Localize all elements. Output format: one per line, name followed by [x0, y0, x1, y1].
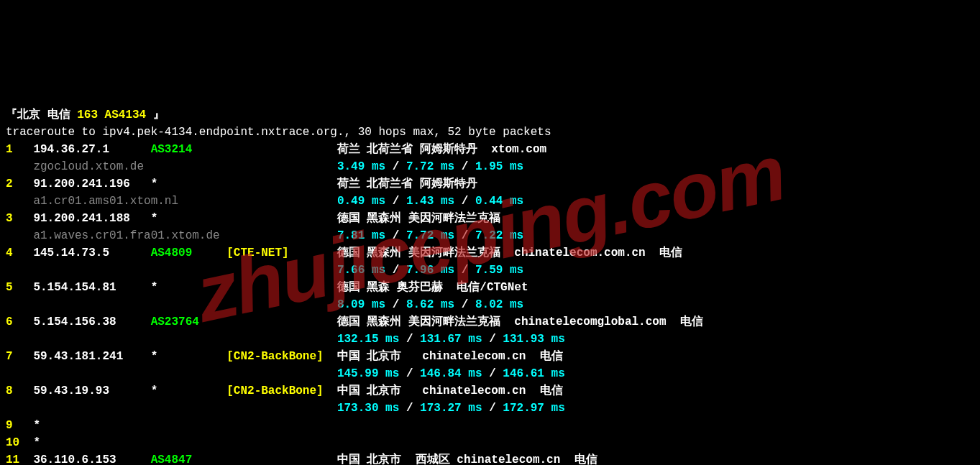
- hop-latency: 8.02 ms: [475, 298, 523, 311]
- latency-separator: /: [399, 367, 420, 380]
- hop-network: [CN2-BackBone]: [226, 382, 337, 400]
- hop-number: 3: [6, 210, 33, 227]
- hop-detail-row: 132.15 ms / 131.67 ms / 131.93 ms: [6, 331, 974, 348]
- latency-separator: /: [454, 160, 475, 173]
- header-line: 『北京 电信 163 AS4134 』: [6, 106, 974, 124]
- hop-row: 10*: [6, 434, 974, 451]
- hop-asn: *: [151, 382, 227, 400]
- hop-latency: 7.22 ms: [475, 229, 523, 242]
- hop-latency: 131.67 ms: [420, 333, 482, 346]
- hop-latency: 1.95 ms: [475, 160, 523, 173]
- latency-separator: /: [454, 229, 475, 242]
- latency-separator: /: [385, 298, 406, 311]
- header-asn: 163 AS4134: [77, 109, 153, 121]
- hop-asn: AS4809: [151, 244, 227, 262]
- hop-network: [CN2-BackBone]: [226, 348, 337, 365]
- hop-hostname: a1.cr01.ams01.xtom.nl: [33, 193, 336, 210]
- hop-number: 7: [6, 348, 33, 365]
- latency-separator: /: [454, 298, 475, 311]
- hop-detail-row: 7.66 ms / 7.96 ms / 7.59 ms: [6, 262, 974, 279]
- hop-location: 中国 北京市 chinatelecom.cn 电信: [337, 385, 563, 397]
- hop-location: 荷兰 北荷兰省 阿姆斯特丹 xtom.com: [337, 143, 546, 156]
- hop-latency: 7.96 ms: [406, 264, 454, 277]
- hop-latency: 172.97 ms: [503, 402, 564, 415]
- latency-separator: /: [385, 160, 406, 173]
- hop-asn: *: [151, 348, 227, 365]
- hop-ip: 145.14.73.5: [33, 244, 144, 262]
- hop-number: 10: [6, 434, 33, 451]
- traceroute-command: traceroute to ipv4.pek-4134.endpoint.nxt…: [6, 124, 974, 141]
- hop-latency: 146.84 ms: [420, 367, 482, 380]
- hop-row: 9*: [6, 417, 974, 434]
- hop-number: 6: [6, 313, 33, 331]
- hop-detail-row: 173.30 ms / 173.27 ms / 172.97 ms: [6, 400, 974, 417]
- hop-row: 859.43.19.93 *[CN2-BackBone]中国 北京市 china…: [6, 382, 974, 400]
- latency-separator: /: [454, 195, 475, 208]
- hop-ip: 59.43.181.241: [33, 348, 144, 365]
- hop-latency: 7.66 ms: [337, 264, 385, 277]
- hop-detail-row: zgocloud.xtom.de3.49 ms / 7.72 ms / 1.95…: [6, 158, 974, 175]
- hop-latency: 7.81 ms: [337, 229, 385, 242]
- hop-location: 中国 北京市 chinatelecom.cn 电信: [337, 350, 563, 363]
- hop-location: 德国 黑森 奥芬巴赫 电信/CTGNet: [337, 281, 528, 294]
- hop-row: 759.43.181.241 *[CN2-BackBone]中国 北京市 chi…: [6, 348, 974, 365]
- hop-detail-row: a1.cr01.ams01.xtom.nl0.49 ms / 1.43 ms /…: [6, 193, 974, 210]
- hop-asn: AS4847: [151, 451, 227, 465]
- hop-ip: 5.154.156.38: [33, 313, 144, 331]
- hop-ip: 5.154.154.81: [33, 279, 144, 296]
- latency-separator: /: [454, 264, 475, 277]
- hop-location: 荷兰 北荷兰省 阿姆斯特丹: [337, 178, 477, 190]
- hop-latency: 173.30 ms: [337, 402, 399, 415]
- hop-ip-star: *: [33, 419, 40, 432]
- hop-detail-row: a1.waves.cr01.fra01.xtom.de7.81 ms / 7.7…: [6, 227, 974, 244]
- hop-row: 291.200.241.196 *荷兰 北荷兰省 阿姆斯特丹: [6, 175, 974, 193]
- hop-row: 1194.36.27.1 AS3214荷兰 北荷兰省 阿姆斯特丹 xtom.co…: [6, 141, 974, 158]
- hop-hostname: a1.waves.cr01.fra01.xtom.de: [33, 227, 336, 244]
- hop-number: 11: [6, 451, 33, 465]
- hop-latency: 0.49 ms: [337, 195, 385, 208]
- bracket-close: 』: [153, 109, 165, 121]
- hop-number: 1: [6, 141, 33, 158]
- hop-asn: AS3214: [151, 141, 227, 158]
- hop-number: 2: [6, 175, 33, 193]
- hop-latency: 173.27 ms: [420, 402, 482, 415]
- hop-ip: 91.200.241.196: [33, 175, 144, 193]
- header-location: 北京 电信: [17, 109, 77, 121]
- hop-location: 德国 黑森州 美因河畔法兰克福: [337, 212, 500, 225]
- bracket-open: 『: [6, 109, 17, 121]
- hop-asn: AS23764: [151, 313, 227, 331]
- hop-location: 德国 黑森州 美因河畔法兰克福 chinatelecom.com.cn 电信: [337, 247, 682, 259]
- hop-ip: 59.43.19.93: [33, 382, 144, 400]
- hop-row: 391.200.241.188 *德国 黑森州 美因河畔法兰克福: [6, 210, 974, 227]
- hop-asn: *: [151, 210, 227, 227]
- hop-row: 1136.110.6.153 AS4847中国 北京市 西城区 chinatel…: [6, 451, 974, 465]
- hop-ip-star: *: [33, 436, 40, 449]
- hop-location: 中国 北京市 西城区 chinatelecom.cn 电信: [337, 454, 597, 465]
- hop-number: 4: [6, 244, 33, 262]
- hop-row: 65.154.156.38 AS23764德国 黑森州 美因河畔法兰克福 chi…: [6, 313, 974, 331]
- hop-ip: 91.200.241.188: [33, 210, 144, 227]
- latency-separator: /: [399, 333, 420, 346]
- latency-separator: /: [399, 402, 420, 415]
- hop-detail-row: 8.09 ms / 8.62 ms / 8.02 ms: [6, 296, 974, 313]
- hop-latency: 132.15 ms: [337, 333, 399, 346]
- hop-location: 德国 黑森州 美因河畔法兰克福 chinatelecomglobal.com 电…: [337, 316, 703, 328]
- hop-ip: 36.110.6.153: [33, 451, 144, 465]
- hop-ip: 194.36.27.1: [33, 141, 144, 158]
- latency-separator: /: [385, 195, 406, 208]
- hop-detail-row: 145.99 ms / 146.84 ms / 146.61 ms: [6, 365, 974, 382]
- hop-hostname: zgocloud.xtom.de: [33, 158, 336, 175]
- latency-separator: /: [482, 402, 503, 415]
- latency-separator: /: [482, 333, 503, 346]
- latency-separator: /: [482, 367, 503, 380]
- hop-number: 5: [6, 279, 33, 296]
- hop-latency: 8.62 ms: [406, 298, 454, 311]
- hop-latency: 7.72 ms: [406, 160, 454, 173]
- latency-separator: /: [385, 229, 406, 242]
- hop-latency: 146.61 ms: [503, 367, 564, 380]
- hop-latency: 7.72 ms: [406, 229, 454, 242]
- hop-network: [CTE-NET]: [226, 244, 337, 262]
- hop-row: 4145.14.73.5 AS4809[CTE-NET]德国 黑森州 美因河畔法…: [6, 244, 974, 262]
- hop-number: 9: [6, 417, 33, 434]
- hop-latency: 3.49 ms: [337, 160, 385, 173]
